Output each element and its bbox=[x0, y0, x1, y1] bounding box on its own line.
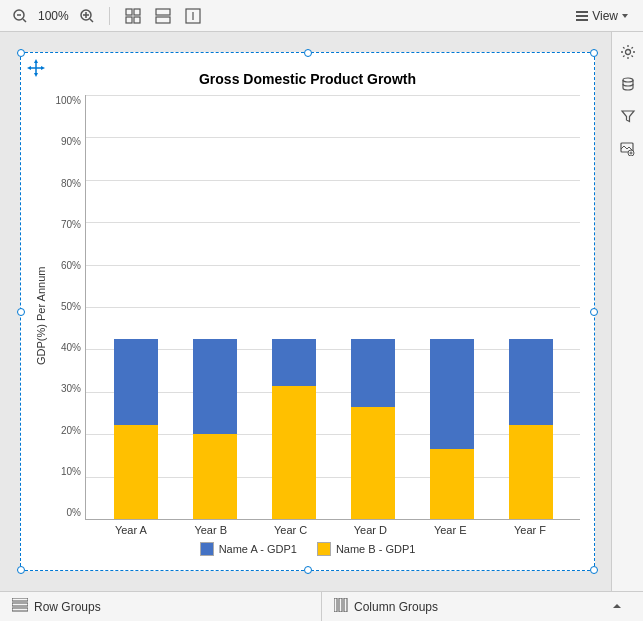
canvas-area[interactable]: Gross Domestic Product Growth GDP(%) Per… bbox=[0, 32, 611, 591]
expand-button[interactable] bbox=[180, 5, 206, 27]
y-tick: 0% bbox=[67, 507, 81, 518]
chart-container[interactable]: Gross Domestic Product Growth GDP(%) Per… bbox=[20, 52, 595, 571]
svg-rect-10 bbox=[134, 17, 140, 23]
svg-rect-32 bbox=[12, 603, 28, 606]
bar-group[interactable] bbox=[430, 95, 474, 519]
y-tick: 50% bbox=[61, 301, 81, 312]
move-cursor-icon[interactable] bbox=[27, 59, 45, 81]
bar-group[interactable] bbox=[509, 95, 553, 519]
svg-rect-33 bbox=[12, 608, 28, 611]
bar-stack bbox=[430, 339, 474, 519]
bar-segment-blue bbox=[509, 339, 553, 425]
svg-rect-11 bbox=[156, 9, 170, 15]
bar-segment-orange bbox=[114, 425, 158, 519]
image-edit-button[interactable] bbox=[616, 136, 640, 160]
svg-marker-22 bbox=[34, 73, 38, 77]
chart-body: GDP(%) Per Annum 0%10%20%30%40%50%60%70%… bbox=[35, 95, 580, 536]
x-axis-tick-label: Year C bbox=[251, 524, 331, 536]
handle-top-right[interactable] bbox=[590, 49, 598, 57]
bars-container bbox=[86, 95, 580, 519]
svg-point-25 bbox=[625, 50, 630, 55]
filter-button[interactable] bbox=[616, 104, 640, 128]
svg-line-2 bbox=[23, 19, 26, 22]
column-groups-icon bbox=[334, 598, 348, 615]
bar-group[interactable] bbox=[193, 95, 237, 519]
bar-stack bbox=[509, 339, 553, 519]
x-axis-tick-label: Year A bbox=[91, 524, 171, 536]
bar-stack bbox=[114, 339, 158, 519]
separator-1 bbox=[109, 7, 110, 25]
bar-segment-blue bbox=[430, 339, 474, 449]
y-tick: 20% bbox=[61, 425, 81, 436]
bar-group[interactable] bbox=[272, 95, 316, 519]
svg-marker-24 bbox=[41, 66, 45, 70]
svg-marker-23 bbox=[27, 66, 31, 70]
zoom-controls: 100% bbox=[8, 6, 99, 26]
settings-button[interactable] bbox=[616, 40, 640, 64]
svg-rect-15 bbox=[576, 11, 588, 13]
row-groups-section[interactable]: Row Groups bbox=[0, 592, 322, 621]
y-ticks: 0%10%20%30%40%50%60%70%80%90%100% bbox=[49, 95, 85, 520]
handle-mid-right[interactable] bbox=[590, 308, 598, 316]
zoom-out-button[interactable] bbox=[8, 6, 32, 26]
bar-segment-orange bbox=[193, 434, 237, 519]
bar-segment-blue bbox=[351, 339, 395, 407]
bar-segment-orange bbox=[430, 449, 474, 519]
y-tick: 90% bbox=[61, 136, 81, 147]
svg-marker-18 bbox=[622, 14, 628, 18]
x-axis-tick-label: Year B bbox=[171, 524, 251, 536]
handle-bot-center[interactable] bbox=[304, 566, 312, 574]
expand-panel-button[interactable] bbox=[603, 599, 631, 615]
view-mode-controls bbox=[120, 5, 206, 27]
svg-rect-16 bbox=[576, 15, 588, 17]
y-axis-label: GDP(%) Per Annum bbox=[35, 95, 47, 536]
handle-bot-right[interactable] bbox=[590, 566, 598, 574]
bar-segment-orange bbox=[351, 407, 395, 519]
y-tick: 10% bbox=[61, 466, 81, 477]
handle-mid-left[interactable] bbox=[17, 308, 25, 316]
bar-stack bbox=[351, 339, 395, 519]
x-axis-tick-label: Year F bbox=[490, 524, 570, 536]
chart-plot-area: 0%10%20%30%40%50%60%70%80%90%100% bbox=[49, 95, 580, 536]
fit-page-button[interactable] bbox=[120, 5, 146, 27]
view-button-group: View bbox=[570, 6, 635, 26]
svg-rect-36 bbox=[344, 598, 347, 612]
zoom-level-label: 100% bbox=[36, 9, 71, 23]
bar-segment-blue bbox=[114, 339, 158, 425]
legend-swatch bbox=[200, 542, 214, 556]
main-area: Gross Domestic Product Growth GDP(%) Per… bbox=[0, 32, 643, 591]
svg-point-26 bbox=[623, 78, 633, 82]
svg-marker-37 bbox=[613, 604, 621, 608]
toolbar: 100% View bbox=[0, 0, 643, 32]
plot-canvas bbox=[85, 95, 580, 520]
y-tick: 40% bbox=[61, 342, 81, 353]
row-groups-label: Row Groups bbox=[34, 600, 101, 614]
svg-line-6 bbox=[90, 19, 93, 22]
column-groups-section[interactable]: Column Groups bbox=[322, 592, 643, 621]
plot-with-yaxis: 0%10%20%30%40%50%60%70%80%90%100% bbox=[49, 95, 580, 520]
bar-group[interactable] bbox=[351, 95, 395, 519]
layout-toggle-button[interactable] bbox=[150, 5, 176, 27]
bar-stack bbox=[272, 339, 316, 519]
svg-rect-7 bbox=[126, 9, 132, 15]
database-button[interactable] bbox=[616, 72, 640, 96]
svg-rect-17 bbox=[576, 19, 588, 21]
view-dropdown-button[interactable]: View bbox=[570, 6, 635, 26]
svg-rect-8 bbox=[134, 9, 140, 15]
x-axis-labels: Year AYear BYear CYear DYear EYear F bbox=[49, 520, 580, 536]
handle-bot-left[interactable] bbox=[17, 566, 25, 574]
view-label: View bbox=[592, 9, 618, 23]
bar-segment-orange bbox=[509, 425, 553, 519]
legend-label: Name B - GDP1 bbox=[336, 543, 415, 555]
handle-top-left[interactable] bbox=[17, 49, 25, 57]
chart-legend: Name A - GDP1Name B - GDP1 bbox=[35, 542, 580, 556]
x-axis-tick-label: Year D bbox=[330, 524, 410, 536]
bottom-panel: Row Groups Column Groups bbox=[0, 591, 643, 621]
y-tick: 60% bbox=[61, 260, 81, 271]
bar-group[interactable] bbox=[114, 95, 158, 519]
bar-segment-orange bbox=[272, 386, 316, 519]
zoom-in-button[interactable] bbox=[75, 6, 99, 26]
y-tick: 70% bbox=[61, 219, 81, 230]
handle-top-center[interactable] bbox=[304, 49, 312, 57]
legend-label: Name A - GDP1 bbox=[219, 543, 297, 555]
